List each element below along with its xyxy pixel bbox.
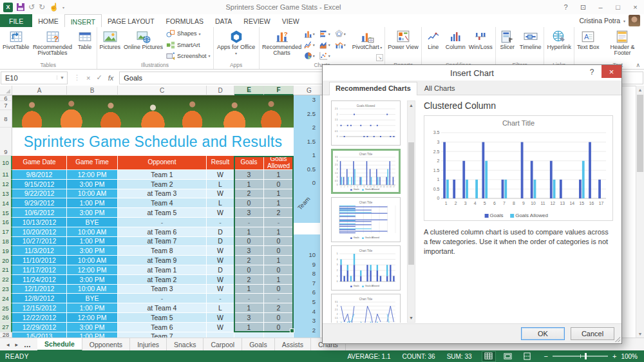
grid-cell[interactable]: 12/29/2012	[12, 323, 67, 332]
grid-cell[interactable]: W	[207, 170, 234, 180]
excel-logo-icon[interactable]: X	[3, 3, 13, 12]
header-cell-goals-allowed[interactable]: Goals Allowed	[264, 156, 294, 170]
ok-button[interactable]: OK	[521, 327, 565, 340]
insert-bar-chart-button[interactable]: ▾	[319, 28, 335, 39]
sheet-more-icon[interactable]: …	[24, 341, 31, 348]
dialog-scrollbar[interactable]: ▲ ▼	[407, 100, 415, 323]
shapes-button[interactable]: Shapes▾	[165, 28, 212, 39]
grid-cell[interactable]: 12:00 PM	[67, 170, 118, 180]
touch-mode-icon[interactable]: ☝	[49, 3, 59, 11]
apps-for-office-button[interactable]: Apps for Office ▾	[215, 28, 258, 62]
hyperlink-button[interactable]: Hyperlink	[545, 28, 573, 62]
scroll-down-icon[interactable]: ▼	[636, 330, 644, 338]
normal-view-icon[interactable]	[482, 352, 495, 361]
grid-cell[interactable]: 1	[234, 227, 264, 237]
row-header-9[interactable]: 9	[0, 128, 12, 156]
vertical-scrollbar[interactable]: ▲ ▼	[636, 86, 644, 338]
ribbon-tab-view[interactable]: VIEW	[276, 14, 305, 27]
grid-cell[interactable]: 0	[234, 237, 264, 247]
sheet-next-icon[interactable]: ▸	[15, 341, 19, 348]
grid-cell[interactable]: 9/29/2012	[12, 198, 67, 208]
insert-scatter-chart-button[interactable]: ▾	[319, 50, 335, 61]
row-header-13[interactable]: 13	[0, 189, 12, 199]
grid-cell[interactable]: W	[207, 208, 234, 218]
grid-cell[interactable]: 2	[264, 303, 294, 313]
line-button[interactable]: Line	[423, 28, 444, 62]
grid-cell[interactable]: W	[207, 323, 234, 332]
grid-cell[interactable]: at Team 6	[118, 227, 207, 237]
grid-cell[interactable]: 2	[234, 189, 264, 199]
redo-icon[interactable]: ↻	[39, 3, 45, 11]
row-header-6[interactable]: 6	[0, 95, 12, 101]
grid-cell[interactable]: at Team 9	[118, 256, 207, 265]
grid-cell[interactable]: 9/8/2012	[12, 170, 67, 180]
grid-cell[interactable]: 12/22/2012	[12, 313, 67, 323]
grid-cell[interactable]: 10/20/2012	[12, 227, 67, 237]
header-cell-opponent[interactable]: Opponent	[118, 156, 207, 170]
grid-cell[interactable]: 12:00 PM	[67, 313, 118, 323]
grid-cell[interactable]	[264, 332, 294, 338]
smartart-button[interactable]: SmartArt	[165, 40, 212, 50]
grid-cell[interactable]: 10:00 AM	[67, 285, 118, 294]
undo-icon[interactable]: ↺	[28, 3, 35, 11]
grid-cell[interactable]: 1	[234, 303, 264, 313]
insert-line-chart-button[interactable]: ▾	[304, 39, 319, 50]
grid-cell[interactable]: 2	[234, 256, 264, 265]
grid-cell[interactable]: -	[264, 294, 294, 303]
grid-cell[interactable]: 10/27/2012	[12, 237, 67, 247]
grid-cell[interactable]: Team 3	[118, 285, 207, 294]
user-account[interactable]: Cristina Potra ▾	[579, 14, 644, 27]
header-cell-result[interactable]: Result	[207, 156, 234, 170]
chart-thumbnail-clustered-column[interactable]: Chart Title00.511.522.533.51234567891011…	[331, 149, 401, 194]
grid-cell[interactable]: D	[207, 237, 234, 247]
grid-cell[interactable]: W	[207, 275, 234, 285]
column-header-b[interactable]: B	[67, 86, 118, 95]
grid-cell[interactable]: 1	[234, 323, 264, 332]
grid-cell[interactable]: 10/6/2012	[12, 208, 67, 218]
close-icon[interactable]: ×	[627, 1, 644, 14]
column-button[interactable]: Column	[444, 28, 467, 62]
grid-cell[interactable]: Team 1	[118, 170, 207, 180]
enter-icon[interactable]: ✓	[96, 73, 102, 82]
grid-cell[interactable]: Team 2	[118, 180, 207, 189]
power-view-button[interactable]: Power View	[386, 28, 419, 62]
row-header-10[interactable]: 10	[0, 156, 12, 170]
column-header-d[interactable]: D	[207, 86, 234, 95]
grid-cell[interactable]: 10:00 AM	[67, 189, 118, 199]
grid-cell[interactable]: 3:00 PM	[67, 180, 118, 189]
grid-cell[interactable]: 11/3/2012	[12, 246, 67, 256]
grid-cell[interactable]: 1	[264, 275, 294, 285]
column-header-f[interactable]: F	[264, 86, 294, 95]
grid-cell[interactable]: 2	[264, 208, 294, 218]
grid-cell[interactable]: at Team 7	[118, 237, 207, 247]
insert-function-icon[interactable]: fx	[108, 74, 114, 82]
zoom-slider[interactable]	[553, 356, 608, 357]
grid-cell[interactable]: 10:00 AM	[67, 227, 118, 237]
ribbon-tab-file[interactable]: FILE	[0, 14, 32, 27]
table-button[interactable]: Table	[75, 28, 95, 62]
text-box-button[interactable]: AText Box	[576, 28, 601, 62]
grid-cell[interactable]: 1	[264, 256, 294, 265]
pivottable-button[interactable]: PivotTable	[1, 28, 31, 62]
recommended-charts-button[interactable]: ?Recommended Charts	[261, 28, 303, 62]
header-cell-goals[interactable]: Goals	[234, 156, 264, 170]
grid-cell[interactable]: 1	[264, 198, 294, 208]
column-header-c[interactable]: C	[118, 86, 207, 95]
row-header-7[interactable]: 7	[0, 101, 12, 110]
insert-area-chart-button[interactable]: ▾	[319, 39, 335, 50]
grid-cell[interactable]: D	[207, 227, 234, 237]
dialog-close-icon[interactable]: ×	[601, 65, 621, 78]
grid-cell[interactable]: 11/10/2012	[12, 256, 67, 265]
ribbon-tab-page-layout[interactable]: PAGE LAYOUT	[102, 14, 160, 27]
column-header-g[interactable]: G	[294, 86, 325, 95]
grid-cell[interactable]: 0	[264, 246, 294, 256]
grid-cell[interactable]: L	[207, 303, 234, 313]
grid-cell[interactable]: -	[234, 294, 264, 303]
page-layout-view-icon[interactable]	[502, 352, 515, 361]
zoom-level[interactable]: 100%	[621, 353, 638, 360]
grid-cell[interactable]: W	[207, 246, 234, 256]
header-cell-game-time[interactable]: Game Time	[67, 156, 118, 170]
column-header-e[interactable]: E	[234, 86, 264, 95]
maximize-icon[interactable]: □	[609, 1, 627, 14]
chart-thumbnail-clustered-bar[interactable]: Chart TitleGoalsGoals Allowed	[331, 197, 401, 242]
